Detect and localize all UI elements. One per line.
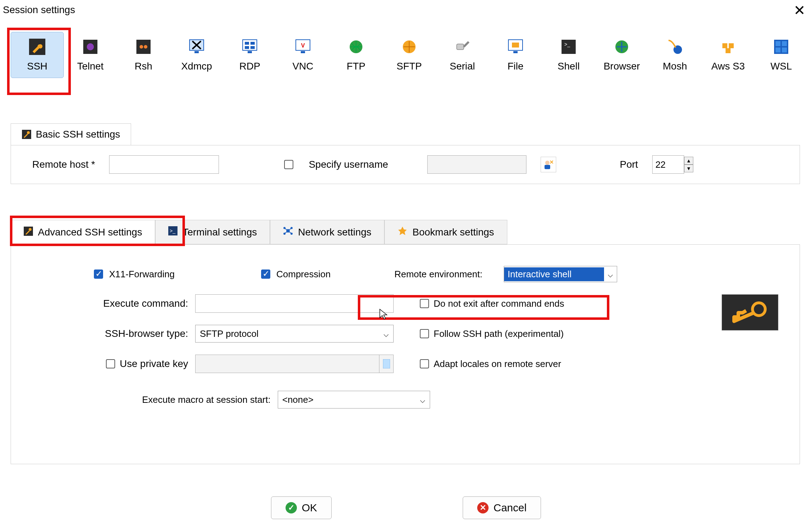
file-icon[interactable] [379, 355, 394, 373]
ok-button[interactable]: ✓ OK [271, 496, 332, 519]
remote-host-input[interactable] [109, 155, 219, 174]
port-spinner[interactable]: ▲▼ [684, 157, 693, 172]
protocol-label: Xdmcp [181, 61, 212, 72]
protocol-wsl[interactable]: WSL [755, 32, 808, 78]
basic-ssh-panel: Basic SSH settings Remote host * Specify… [11, 123, 800, 184]
chevron-down-icon: ⌵ [420, 394, 425, 405]
follow-ssh-label: Follow SSH path (experimental) [434, 328, 564, 339]
tab-network[interactable]: Network settings [270, 220, 384, 244]
tab-label: Bookmark settings [412, 227, 494, 238]
sftp-icon [400, 38, 418, 56]
tab-terminal[interactable]: >_ Terminal settings [155, 220, 270, 244]
ssh-browser-label: SSH-browser type: [82, 328, 195, 339]
cancel-label: Cancel [494, 502, 526, 514]
protocol-rsh[interactable]: Rsh [117, 32, 170, 78]
macro-select[interactable]: <none> ⌵ [278, 391, 430, 408]
tab-label: Network settings [298, 227, 371, 238]
user-manage-icon[interactable] [541, 157, 556, 172]
svg-point-40 [29, 228, 32, 231]
protocol-label: WSL [771, 61, 792, 72]
protocol-mosh[interactable]: Mosh [648, 32, 701, 78]
telnet-icon [81, 38, 99, 56]
serial-icon [453, 38, 471, 56]
protocol-rdp[interactable]: RDP [223, 32, 276, 78]
ssh-browser-value: SFTP protocol [200, 328, 259, 339]
protocol-ftp[interactable]: FTP [329, 32, 383, 78]
protocol-label: File [507, 61, 523, 72]
do-not-exit-label: Do not exit after command ends [434, 298, 564, 309]
protocol-label: Telnet [77, 61, 104, 72]
terminal-icon: >_ [168, 226, 177, 238]
svg-rect-22 [513, 51, 518, 53]
rsh-icon [135, 38, 152, 56]
adapt-locales-checkbox[interactable] [420, 359, 429, 368]
protocol-label: Serial [450, 61, 475, 72]
svg-rect-38 [545, 165, 550, 169]
close-icon[interactable]: ✕ [794, 2, 806, 18]
svg-rect-10 [250, 42, 255, 45]
check-icon: ✓ [286, 502, 297, 513]
use-private-key-checkbox[interactable] [106, 359, 115, 368]
compression-checkbox[interactable] [261, 269, 270, 279]
protocol-toolbar: SSH Telnet Rsh Xdmcp RDP V VNC FTP SFTP [11, 32, 808, 78]
protocol-label: VNC [292, 61, 313, 72]
protocol-sftp[interactable]: SFTP [383, 32, 436, 78]
protocol-shell[interactable]: >_ Shell [542, 32, 595, 78]
svg-point-2 [87, 43, 94, 50]
protocol-file[interactable]: File [489, 32, 542, 78]
svg-rect-32 [782, 41, 787, 46]
protocol-label: FTP [347, 61, 366, 72]
svg-point-4 [140, 45, 143, 49]
protocol-label: Shell [558, 61, 580, 72]
cancel-button[interactable]: ✕ Cancel [463, 496, 541, 519]
svg-rect-28 [729, 43, 734, 48]
advanced-panel: Advanced SSH settings >_ Terminal settin… [11, 220, 800, 464]
remote-host-label: Remote host * [32, 159, 95, 170]
protocol-awss3[interactable]: Aws S3 [701, 32, 755, 78]
protocol-vnc[interactable]: V VNC [276, 32, 329, 78]
protocol-ssh[interactable]: SSH [11, 32, 64, 78]
port-input[interactable] [652, 155, 684, 174]
x11-forwarding-label: X11-Forwarding [109, 269, 175, 280]
svg-text:V: V [301, 43, 305, 49]
svg-rect-33 [776, 48, 780, 52]
follow-ssh-checkbox[interactable] [420, 329, 429, 338]
specify-username-checkbox[interactable] [284, 160, 293, 169]
protocol-label: Browser [604, 61, 640, 72]
protocol-label: Aws S3 [711, 61, 745, 72]
tab-bookmark[interactable]: Bookmark settings [384, 220, 507, 244]
svg-rect-16 [301, 51, 305, 53]
remote-env-label: Remote environment: [394, 269, 483, 280]
key-icon [24, 227, 33, 238]
macro-value: <none> [282, 394, 314, 405]
ssh-browser-select[interactable]: SFTP protocol ⌵ [195, 325, 394, 343]
do-not-exit-checkbox[interactable] [420, 299, 429, 308]
protocol-browser[interactable]: Browser [595, 32, 648, 78]
protocol-serial[interactable]: Serial [436, 32, 489, 78]
svg-text:>_: >_ [564, 41, 570, 47]
svg-rect-27 [722, 43, 727, 48]
execute-command-input[interactable] [195, 294, 394, 313]
file-icon [507, 38, 524, 56]
tab-label: Terminal settings [182, 227, 257, 238]
ok-label: OK [302, 502, 317, 514]
chevron-down-icon[interactable]: ⌵ [604, 269, 617, 280]
svg-rect-3 [136, 40, 151, 54]
svg-point-36 [27, 131, 30, 134]
svg-point-5 [144, 45, 147, 49]
chevron-down-icon: ⌵ [383, 328, 389, 339]
ssh-key-image [722, 294, 778, 330]
tab-basic-ssh[interactable]: Basic SSH settings [11, 123, 131, 145]
svg-rect-34 [782, 48, 787, 52]
x11-forwarding-checkbox[interactable] [94, 269, 103, 279]
svg-point-49 [752, 303, 765, 316]
svg-rect-29 [726, 48, 731, 53]
protocol-xdmcp[interactable]: Xdmcp [170, 32, 223, 78]
protocol-telnet[interactable]: Telnet [64, 32, 117, 78]
network-icon [283, 226, 293, 238]
tab-advanced-ssh[interactable]: Advanced SSH settings [11, 220, 155, 244]
mosh-icon [666, 38, 684, 56]
remote-env-value[interactable]: Interactive shell [504, 267, 604, 281]
protocol-label: Rsh [135, 61, 152, 72]
compression-label: Compression [276, 269, 331, 280]
